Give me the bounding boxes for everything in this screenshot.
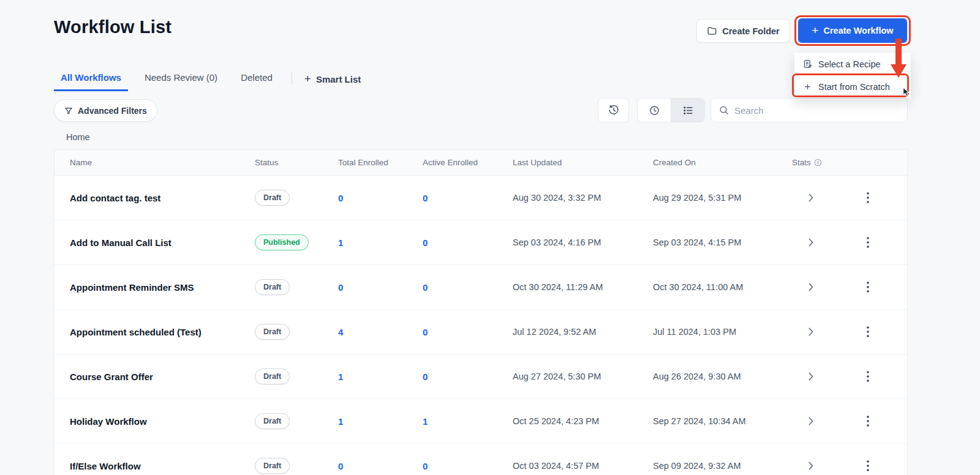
stats-expand-button[interactable] <box>805 234 817 250</box>
last-updated-value: Aug 27 2024, 5:30 PM <box>513 372 653 381</box>
page-title: Workflow List <box>54 17 172 37</box>
active-enrolled-link[interactable]: 0 <box>423 327 513 337</box>
chevron-right-icon <box>809 238 813 247</box>
plus-icon: + <box>803 81 812 92</box>
chevron-right-icon <box>809 193 813 202</box>
kebab-menu-icon <box>867 371 869 382</box>
stats-expand-button[interactable] <box>805 368 817 384</box>
breadcrumb[interactable]: Home <box>66 132 90 142</box>
workflow-table: Name Status Total Enrolled Active Enroll… <box>54 149 908 475</box>
workflow-name[interactable]: Add contact tag. test <box>70 193 255 203</box>
tab-needs-review[interactable]: Needs Review (0) <box>138 69 224 91</box>
list-icon <box>682 105 694 116</box>
tab-deleted[interactable]: Deleted <box>234 69 279 91</box>
enrollment-history-button[interactable] <box>598 98 629 122</box>
table-row[interactable]: Course Grant Offer Draft 1 0 Aug 27 2024… <box>55 354 907 399</box>
last-updated-value: Jul 12 2024, 9:52 AM <box>513 327 653 337</box>
active-enrolled-link[interactable]: 1 <box>423 416 513 427</box>
table-row[interactable]: Add to Manual Call List Published 1 0 Se… <box>55 220 907 265</box>
create-folder-button[interactable]: Create Folder <box>696 19 790 43</box>
column-header-stats: Stats <box>792 158 841 167</box>
chevron-right-icon <box>809 372 813 381</box>
active-enrolled-link[interactable]: 0 <box>423 193 513 203</box>
total-enrolled-link[interactable]: 0 <box>338 282 423 293</box>
active-enrolled-link[interactable]: 0 <box>423 372 513 382</box>
column-header-status: Status <box>255 158 338 167</box>
workflow-name[interactable]: Holiday Workflow <box>70 416 255 427</box>
created-on-value: Jul 11 2024, 1:03 PM <box>653 327 792 337</box>
menu-item-start-from-scratch[interactable]: + Start from Scratch <box>794 75 911 98</box>
total-enrolled-link[interactable]: 4 <box>338 327 423 337</box>
clock-icon <box>649 105 660 116</box>
info-icon <box>814 159 822 166</box>
row-menu-button[interactable] <box>863 278 873 296</box>
create-workflow-label: Create Workflow <box>823 26 893 36</box>
stats-expand-button[interactable] <box>805 458 817 474</box>
kebab-menu-icon <box>867 326 869 337</box>
plus-icon: + <box>304 73 311 84</box>
workflow-name[interactable]: Appointment Reminder SMS <box>70 282 255 293</box>
last-updated-value: Oct 03 2024, 4:57 PM <box>513 461 653 471</box>
status-badge: Draft <box>255 190 290 206</box>
menu-item-label: Select a Recipe <box>818 59 881 69</box>
status-badge: Published <box>255 234 309 250</box>
workflow-name[interactable]: Course Grant Offer <box>70 372 255 382</box>
search-icon <box>719 105 729 115</box>
table-header-row: Name Status Total Enrolled Active Enroll… <box>55 150 907 176</box>
advanced-filters-button[interactable]: Advanced Filters <box>54 99 157 122</box>
active-enrolled-link[interactable]: 0 <box>423 238 513 248</box>
plus-icon: + <box>812 24 818 36</box>
row-menu-button[interactable] <box>863 367 873 386</box>
create-workflow-button[interactable]: + Create Workflow <box>798 18 907 43</box>
tab-all-workflows[interactable]: All Workflows <box>54 69 128 91</box>
search-input[interactable] <box>734 105 899 116</box>
row-menu-button[interactable] <box>863 412 873 430</box>
table-row[interactable]: If/Else Workflow Draft 0 0 Oct 03 2024, … <box>55 444 907 475</box>
view-toggle-group <box>637 98 705 122</box>
workflow-name[interactable]: If/Else Workflow <box>70 461 255 471</box>
last-updated-value: Aug 30 2024, 3:32 PM <box>513 193 653 203</box>
history-icon <box>608 104 620 116</box>
column-header-name: Name <box>70 158 255 167</box>
table-row[interactable]: Appointment Reminder SMS Draft 0 0 Oct 3… <box>55 265 907 310</box>
table-row[interactable]: Add contact tag. test Draft 0 0 Aug 30 2… <box>55 176 907 220</box>
search-container <box>710 98 908 122</box>
created-on-value: Sep 03 2024, 4:15 PM <box>653 238 792 247</box>
kebab-menu-icon <box>867 237 869 248</box>
row-menu-button[interactable] <box>863 457 873 475</box>
workflow-name[interactable]: Appointment scheduled (Test) <box>70 327 255 337</box>
recipe-icon <box>803 59 812 69</box>
total-enrolled-link[interactable]: 0 <box>338 193 423 203</box>
list-view-button[interactable] <box>671 99 704 122</box>
total-enrolled-link[interactable]: 1 <box>338 238 423 248</box>
table-row[interactable]: Holiday Workflow Draft 1 1 Oct 25 2024, … <box>55 399 907 444</box>
workflow-list-page: Workflow List Create Folder + Create Wor… <box>0 0 980 475</box>
status-badge: Draft <box>255 458 290 474</box>
active-enrolled-link[interactable]: 0 <box>423 282 513 293</box>
recent-view-button[interactable] <box>638 99 671 122</box>
stats-expand-button[interactable] <box>805 190 817 206</box>
row-menu-button[interactable] <box>863 233 873 252</box>
row-menu-button[interactable] <box>863 189 873 207</box>
column-header-active-enrolled: Active Enrolled <box>423 158 513 167</box>
created-on-value: Aug 26 2024, 9:30 AM <box>653 372 792 381</box>
stats-expand-button[interactable] <box>805 324 817 340</box>
stats-expand-button[interactable] <box>805 279 817 295</box>
smart-list-button[interactable]: + Smart List <box>298 70 367 91</box>
row-menu-button[interactable] <box>863 323 873 341</box>
created-on-value: Oct 30 2024, 11:00 AM <box>653 282 792 292</box>
table-row[interactable]: Appointment scheduled (Test) Draft 4 0 J… <box>55 310 907 354</box>
created-on-value: Sep 09 2024, 9:32 AM <box>653 461 792 471</box>
stats-expand-button[interactable] <box>805 413 817 429</box>
menu-item-label: Start from Scratch <box>818 82 890 92</box>
column-header-last-updated: Last Updated <box>513 158 653 167</box>
total-enrolled-link[interactable]: 1 <box>338 372 423 382</box>
total-enrolled-link[interactable]: 0 <box>338 461 423 471</box>
menu-item-select-recipe[interactable]: Select a Recipe <box>794 53 911 75</box>
active-enrolled-link[interactable]: 0 <box>423 461 513 471</box>
workflow-name[interactable]: Add to Manual Call List <box>70 238 255 248</box>
total-enrolled-link[interactable]: 1 <box>338 416 423 427</box>
status-badge: Draft <box>255 368 290 384</box>
created-on-value: Aug 29 2024, 5:31 PM <box>653 193 792 203</box>
status-badge: Draft <box>255 324 290 340</box>
